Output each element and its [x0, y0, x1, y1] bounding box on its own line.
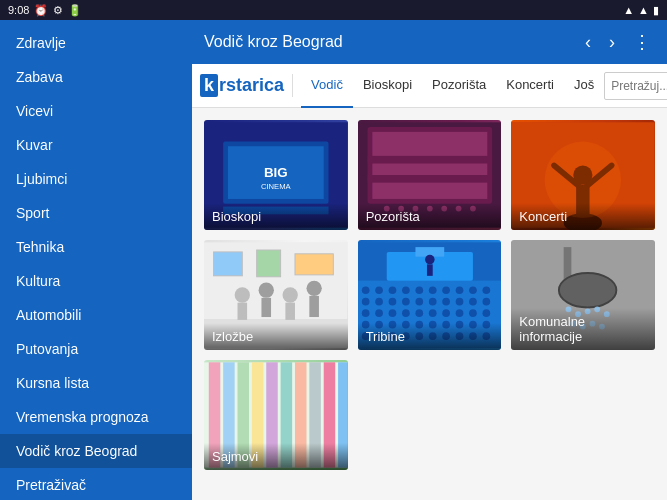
status-left: 9:08 ⏰ ⚙ 🔋: [8, 4, 82, 17]
svg-point-68: [455, 309, 463, 317]
svg-point-49: [469, 286, 477, 294]
svg-rect-10: [367, 175, 492, 183]
logo-rest: rstarica: [219, 75, 284, 96]
grid-item-label: Komunalne informacije: [511, 308, 655, 350]
svg-point-66: [429, 309, 437, 317]
logo-k: k: [200, 74, 218, 97]
svg-point-62: [375, 309, 383, 317]
svg-point-47: [442, 286, 450, 294]
svg-point-42: [375, 286, 383, 294]
sidebar-item[interactable]: Automobili: [0, 298, 192, 332]
svg-point-30: [259, 283, 274, 298]
svg-rect-94: [427, 264, 433, 275]
tab-pozorišta[interactable]: Pozorišta: [422, 64, 496, 108]
svg-rect-33: [285, 303, 295, 320]
svg-point-46: [429, 286, 437, 294]
search-area[interactable]: 🔍: [604, 72, 667, 100]
sidebar-item[interactable]: Zdravlje: [0, 26, 192, 60]
svg-point-59: [469, 298, 477, 306]
svg-point-34: [306, 281, 321, 296]
svg-point-32: [283, 287, 298, 302]
svg-point-70: [482, 309, 490, 317]
sidebar-item[interactable]: Kursna lista: [0, 366, 192, 400]
grid-item-komunalne[interactable]: Komunalne informacije: [511, 240, 655, 350]
status-right: ▲ ▲ ▮: [623, 4, 659, 17]
sidebar-item[interactable]: Vicevi: [0, 94, 192, 128]
svg-point-41: [361, 286, 369, 294]
svg-point-55: [415, 298, 423, 306]
grid-item-exhibitions[interactable]: Izložbe: [204, 240, 348, 350]
svg-point-65: [415, 309, 423, 317]
grid-item-cinema[interactable]: BIG CINEMA Bioskopi: [204, 120, 348, 230]
tab-koncerti[interactable]: Koncerti: [496, 64, 564, 108]
grid-item-theater[interactable]: Pozorišta: [358, 120, 502, 230]
sidebar-item[interactable]: Kuvar: [0, 128, 192, 162]
svg-point-97: [559, 273, 616, 307]
svg-rect-35: [309, 296, 319, 317]
next-button[interactable]: ›: [605, 28, 619, 57]
grid-item-label: Bioskopi: [204, 203, 348, 230]
sidebar-item[interactable]: Vodič kroz Beograd: [0, 434, 192, 468]
top-bar: Vodič kroz Beograd ‹ › ⋮: [192, 20, 667, 64]
more-button[interactable]: ⋮: [629, 27, 655, 57]
sidebar-item[interactable]: Tehnika: [0, 230, 192, 264]
sidebar-item[interactable]: Kultura: [0, 264, 192, 298]
sidebar-item[interactable]: Zabava: [0, 60, 192, 94]
svg-point-64: [402, 309, 410, 317]
svg-rect-36: [214, 252, 243, 276]
svg-point-67: [442, 309, 450, 317]
grid-item-label: Izložbe: [204, 323, 348, 350]
svg-point-50: [482, 286, 490, 294]
svg-point-63: [388, 309, 396, 317]
sidebar-item[interactable]: Ljubimci: [0, 162, 192, 196]
prev-button[interactable]: ‹: [581, 28, 595, 57]
search-input[interactable]: [611, 79, 667, 93]
tab-bioskopi[interactable]: Bioskopi: [353, 64, 422, 108]
tab-vodič[interactable]: Vodič: [301, 64, 353, 108]
svg-point-93: [425, 255, 435, 265]
sidebar: ZdravljeZabavaViceviKuvarLjubimciSportTe…: [0, 20, 192, 500]
svg-point-28: [235, 287, 250, 302]
svg-point-58: [455, 298, 463, 306]
svg-point-69: [469, 309, 477, 317]
sidebar-item[interactable]: Pretraživač: [0, 468, 192, 500]
svg-text:BIG: BIG: [264, 165, 288, 180]
right-panel: Vodič kroz Beograd ‹ › ⋮ krstarica Vodič…: [192, 20, 667, 500]
grid-item-label: Sajmovi: [204, 443, 348, 470]
grid-item-label: Tribine: [358, 323, 502, 350]
svg-point-56: [429, 298, 437, 306]
svg-text:CINEMA: CINEMA: [261, 182, 292, 191]
app-container: ZdravljeZabavaViceviKuvarLjubimciSportTe…: [0, 20, 667, 500]
status-bar: 9:08 ⏰ ⚙ 🔋 ▲ ▲ ▮: [0, 0, 667, 20]
wifi-icon: ▲: [623, 4, 634, 16]
svg-point-51: [361, 298, 369, 306]
svg-point-61: [361, 309, 369, 317]
sidebar-item[interactable]: Vremenska prognoza: [0, 400, 192, 434]
content-area: BIG CINEMA Bioskopi Pozorišta Koncerti: [192, 108, 667, 500]
svg-rect-38: [295, 254, 333, 275]
tab-još[interactable]: Još: [564, 64, 604, 108]
svg-point-44: [402, 286, 410, 294]
svg-point-60: [482, 298, 490, 306]
svg-rect-8: [372, 132, 487, 199]
svg-point-48: [455, 286, 463, 294]
svg-point-53: [388, 298, 396, 306]
svg-point-57: [442, 298, 450, 306]
sidebar-item[interactable]: Sport: [0, 196, 192, 230]
status-time: 9:08: [8, 4, 29, 16]
settings-icon: ⚙: [53, 4, 63, 17]
svg-rect-37: [257, 250, 281, 277]
logo: krstarica: [200, 74, 293, 97]
sidebar-item[interactable]: Putovanja: [0, 332, 192, 366]
top-bar-icons: ‹ › ⋮: [581, 27, 655, 57]
grid-item-tribine[interactable]: Tribine: [358, 240, 502, 350]
alarm-icon: ⏰: [34, 4, 48, 17]
svg-point-45: [415, 286, 423, 294]
grid-item-sajmovi[interactable]: Sajmovi: [204, 360, 348, 470]
svg-point-43: [388, 286, 396, 294]
grid-item-label: Koncerti: [511, 203, 655, 230]
battery-icon: 🔋: [68, 4, 82, 17]
page-title: Vodič kroz Beograd: [204, 33, 581, 51]
grid-item-concerts[interactable]: Koncerti: [511, 120, 655, 230]
nav-tabs: krstarica VodičBioskopiPozorištaKoncerti…: [192, 64, 667, 108]
